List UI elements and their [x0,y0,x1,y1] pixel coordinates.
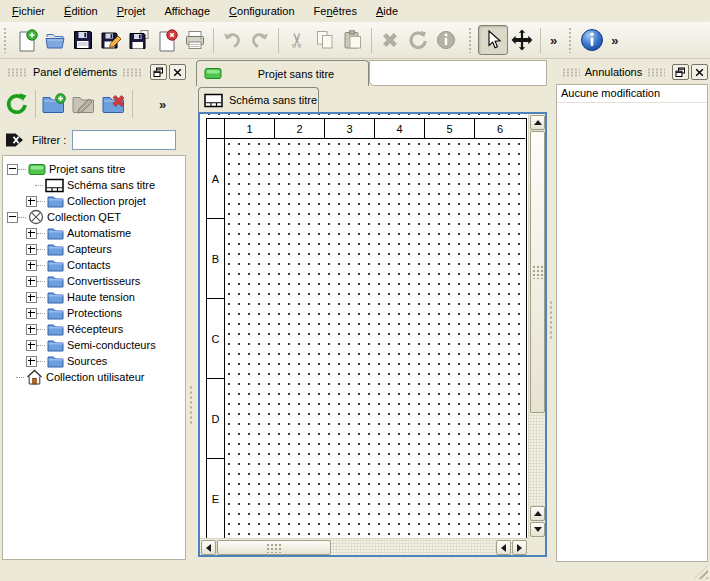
rotate-button[interactable] [404,26,432,54]
scroll-up-button[interactable] [530,115,545,130]
paste-button[interactable] [339,26,367,54]
undo-list-item[interactable]: Aucune modification [557,85,707,103]
vertical-scrollbar-thumb[interactable] [530,131,545,413]
about-info-button[interactable] [578,26,606,54]
toolbar-overflow-button[interactable]: » [606,33,623,48]
menu-edition[interactable]: Édition [56,2,106,20]
up-arrow-icon [534,120,542,125]
close-panel-button[interactable] [691,64,708,80]
save-button[interactable] [69,26,97,54]
folder-icon [47,307,64,320]
scroll-left-button[interactable] [201,540,216,555]
scroll-up-button-2[interactable] [530,506,545,521]
frame-row-header: D [207,379,225,459]
menu-configuration[interactable]: Configuration [221,2,302,20]
expand-expander-icon[interactable] [26,340,37,351]
new-category-button[interactable] [39,89,69,119]
save-as-button[interactable] [97,26,125,54]
tree-item-convertisseurs[interactable]: Convertisseurs [3,273,185,289]
close-file-button[interactable] [153,26,181,54]
tree-item-haute-tension[interactable]: Haute tension [3,289,185,305]
float-panel-button[interactable] [150,64,167,80]
tree-item-collection-projet[interactable]: Collection projet [3,193,185,209]
left-splitter[interactable] [186,60,196,560]
pointer-icon [481,28,505,52]
menu-projet[interactable]: Projet [109,2,154,20]
diagram-canvas[interactable]: 1 2 3 4 5 6 A B C D E [200,114,528,538]
expand-expander-icon[interactable] [26,292,37,303]
tree-item-automatisme[interactable]: Automatisme [3,225,185,241]
properties-icon [434,28,458,52]
print-button[interactable] [181,26,209,54]
tree-item-contacts[interactable]: Contacts [3,257,185,273]
elements-panel-title: Panel d'éléments [33,66,117,78]
expand-expander-icon[interactable] [26,196,37,207]
close-panel-button[interactable] [169,64,186,80]
expand-expander-icon[interactable] [26,228,37,239]
filter-input[interactable] [72,130,176,150]
undo-button[interactable] [218,26,246,54]
expand-expander-icon[interactable] [26,308,37,319]
expand-expander-icon[interactable] [26,276,37,287]
main-toolbar: ✂ » » [0,22,710,59]
tree-item-sources[interactable]: Sources [3,353,185,369]
reload-collections-button[interactable] [2,89,32,119]
horizontal-scrollbar[interactable] [200,538,528,555]
splitter-grip [549,300,553,340]
horizontal-scrollbar-thumb[interactable] [217,540,331,555]
pointer-select-button[interactable] [478,25,508,55]
collapse-expander-icon[interactable] [7,164,18,175]
scroll-down-button[interactable] [530,522,545,537]
scroll-right-button[interactable] [512,540,527,555]
tab-schema[interactable]: Schéma sans titre [198,87,319,112]
copy-button[interactable] [311,26,339,54]
cut-button[interactable]: ✂ [283,26,311,54]
right-splitter[interactable] [547,60,555,560]
undo-list: Aucune modification [556,84,708,562]
vertical-scrollbar[interactable] [528,114,545,538]
expand-expander-icon[interactable] [26,324,37,335]
new-document-button[interactable] [13,26,41,54]
properties-button[interactable] [432,26,460,54]
menu-affichage[interactable]: Affichage [156,2,218,20]
tree-item-collection-utilisateur[interactable]: Collection utilisateur [3,369,185,385]
new-folder-icon [41,92,67,116]
clear-filter-button[interactable] [2,125,28,155]
tree-item-label: Haute tension [67,291,135,303]
tree-item-label: Collection QET [47,211,121,223]
tree-item-recepteurs[interactable]: Récepteurs [3,321,185,337]
save-all-button[interactable] [125,26,153,54]
expand-expander-icon[interactable] [26,244,37,255]
tree-item-capteurs[interactable]: Capteurs [3,241,185,257]
toolbar-overflow-button[interactable]: » [545,33,562,48]
tab-project[interactable]: Projet sans titre [196,60,369,86]
move-button[interactable] [508,26,536,54]
toolbar-drag-handle[interactable] [568,27,573,53]
right-arrow-icon [517,544,522,552]
tree-item-protections[interactable]: Protections [3,305,185,321]
edit-category-button[interactable] [69,89,99,119]
tree-item-project[interactable]: Projet sans titre [3,161,185,177]
menu-fichier[interactable]: Fichier [4,2,53,20]
redo-button[interactable] [246,26,274,54]
home-icon [26,369,43,385]
tree-item-schema[interactable]: Schéma sans titre [3,177,185,193]
delete-category-button[interactable] [99,89,129,119]
folder-icon [47,323,64,336]
tree-item-collection-qet[interactable]: Collection QET [3,209,185,225]
tree-item-semi-conducteurs[interactable]: Semi-conducteurs [3,337,185,353]
scroll-left-button-2[interactable] [496,540,511,555]
float-panel-button[interactable] [672,64,689,80]
menu-fenetres[interactable]: Fenêtres [306,2,365,20]
collapse-expander-icon[interactable] [7,212,18,223]
menu-aide[interactable]: Aide [368,2,406,20]
open-button[interactable] [41,26,69,54]
expand-expander-icon[interactable] [26,356,37,367]
expand-expander-icon[interactable] [26,260,37,271]
toolbar-drag-handle[interactable] [3,27,8,53]
frame-drawing-area[interactable] [225,139,525,538]
delete-button[interactable] [376,26,404,54]
resize-grip[interactable] [694,565,708,579]
panel-toolbar-overflow-button[interactable]: » [154,97,171,112]
toolbar-drag-handle[interactable] [468,27,473,53]
